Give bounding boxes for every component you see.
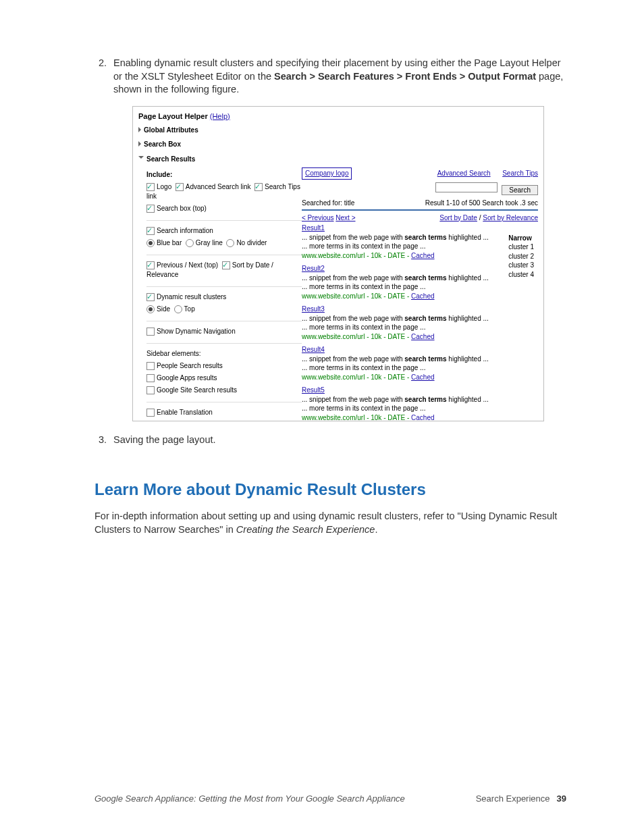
page-number: 39 [557, 793, 566, 804]
list-item-2: Enabling dynamic result clusters and spe… [109, 57, 566, 421]
search-button[interactable]: Search [502, 185, 538, 195]
checkbox-tips[interactable] [254, 183, 263, 191]
cluster-item[interactable]: cluster 4 [508, 270, 534, 280]
radio-nodivider[interactable] [226, 239, 234, 247]
cached-link[interactable]: Cached [411, 252, 434, 259]
include-label: Include: [146, 170, 302, 180]
result-more: ... more terms in its context in the pag… [302, 242, 425, 250]
li3-text: Saving the page layout. [113, 434, 216, 445]
search-result: Result4... snippet from the web page wit… [302, 345, 538, 382]
search-result: Result2... snippet from the web page wit… [302, 264, 538, 301]
cluster-item[interactable]: cluster 2 [508, 252, 534, 261]
search-result: Result3... snippet from the web page wit… [302, 305, 538, 341]
label-nodivider: No divider [236, 239, 267, 246]
cached-link[interactable]: Cached [411, 292, 434, 300]
radio-bluebar[interactable] [146, 239, 155, 247]
checkbox-dynnav[interactable] [146, 328, 155, 336]
company-logo: Company logo [302, 167, 352, 180]
result-url: www.website.com/url - 10k - DATE - [302, 333, 411, 340]
section-searchresults[interactable]: Search Results [146, 155, 195, 163]
footer-left: Google Search Appliance: Getting the Mos… [95, 793, 405, 804]
page-footer: Google Search Appliance: Getting the Mos… [95, 793, 566, 804]
label-people: People Search results [157, 362, 223, 369]
result-url: www.website.com/url - 10k - DATE - [302, 292, 411, 300]
link-search-tips[interactable]: Search Tips [502, 169, 538, 178]
section-global[interactable]: Global Attributes [144, 126, 198, 134]
link-sort-rel[interactable]: Sort by Relevance [483, 214, 538, 221]
section-paragraph: For in-depth information about setting u… [95, 509, 566, 537]
checkbox-sinfo[interactable] [146, 227, 155, 235]
result-count: Result 1-10 of 500 Search took .3 sec [425, 199, 538, 208]
section-searchbox[interactable]: Search Box [144, 140, 181, 148]
result-snippet: ... snippet from the web page with searc… [302, 234, 489, 241]
result-more: ... more terms in its context in the pag… [302, 405, 425, 412]
cluster-item[interactable]: cluster 3 [508, 261, 534, 270]
para-b: . [375, 524, 377, 535]
cluster-item[interactable]: cluster 1 [508, 242, 534, 252]
narrow-panel: Narrow cluster 1 cluster 2 cluster 3 clu… [508, 234, 534, 280]
radio-side[interactable] [146, 305, 155, 313]
result-url: www.website.com/url - 10k - DATE - [302, 414, 411, 421]
result-title[interactable]: Result4 [302, 346, 325, 353]
page-layout-helper-figure: Page Layout Helper (Help) Global Attribu… [132, 106, 544, 421]
options-column: Include: Logo Advanced Search link Searc… [146, 166, 302, 421]
result-title[interactable]: Result5 [302, 386, 325, 394]
label-gapps: Google Apps results [157, 374, 217, 382]
checkbox-adv[interactable] [176, 183, 184, 191]
label-top: Top [184, 305, 195, 313]
result-more: ... more terms in its context in the pag… [302, 283, 425, 290]
checkbox-prevnext[interactable] [146, 261, 155, 269]
cached-link[interactable]: Cached [411, 373, 434, 381]
result-title[interactable]: Result2 [302, 265, 325, 272]
link-sort-date[interactable]: Sort by Date [439, 214, 477, 221]
narrow-title: Narrow [508, 234, 534, 243]
chevron-right-icon[interactable] [138, 127, 141, 132]
cached-link[interactable]: Cached [411, 414, 434, 421]
result-snippet: ... snippet from the web page with searc… [302, 315, 489, 322]
label-bluebar: Blue bar [157, 239, 182, 246]
search-result: Result5... snippet from the web page wit… [302, 386, 538, 421]
checkbox-people[interactable] [146, 362, 155, 370]
result-snippet: ... snippet from the web page with searc… [302, 355, 489, 363]
label-searchtop: Search box (top) [157, 205, 207, 212]
result-title[interactable]: Result1 [302, 224, 325, 232]
label-logo: Logo [157, 183, 171, 190]
chevron-right-icon[interactable] [138, 141, 141, 147]
checkbox-drc[interactable] [146, 293, 155, 301]
result-url: www.website.com/url - 10k - DATE - [302, 373, 411, 381]
link-prev[interactable]: < Previous [302, 214, 334, 221]
result-url: www.website.com/url - 10k - DATE - [302, 252, 411, 259]
label-grayline: Gray line [196, 239, 223, 246]
help-link[interactable]: (Help) [210, 112, 230, 120]
link-next[interactable]: Next > [336, 214, 355, 221]
label-dynnav: Show Dynamic Navigation [157, 328, 236, 335]
search-input[interactable] [435, 182, 498, 192]
figure-title: Page Layout Helper [138, 112, 208, 120]
result-snippet: ... snippet from the web page with searc… [302, 274, 489, 282]
searched-for: Searched for: title [302, 199, 354, 208]
footer-right-label: Search Experience [476, 793, 550, 804]
result-more: ... more terms in its context in the pag… [302, 364, 425, 371]
checkbox-sortby[interactable] [222, 261, 230, 269]
chevron-down-icon[interactable] [138, 156, 144, 161]
checkbox-searchtop[interactable] [146, 205, 155, 213]
cached-link[interactable]: Cached [411, 333, 434, 340]
para-em: Creating the Search Experience [236, 524, 375, 535]
link-adv-search[interactable]: Advanced Search [437, 169, 491, 178]
preview-panel: Company logo Advanced Search Search Tips… [302, 166, 543, 421]
list-item-3: Saving the page layout. [109, 434, 566, 447]
checkbox-enable-translation[interactable] [146, 409, 155, 417]
label-side: Side [157, 305, 170, 313]
search-result: Result1... snippet from the web page wit… [302, 224, 538, 260]
radio-top[interactable] [174, 305, 182, 313]
result-title[interactable]: Result3 [302, 305, 325, 313]
label-prevnext: Previous / Next (top) [157, 261, 218, 269]
result-snippet: ... snippet from the web page with searc… [302, 396, 489, 403]
checkbox-gsite[interactable] [146, 386, 155, 394]
checkbox-gapps[interactable] [146, 374, 155, 382]
li2-bold: Search > Search Features > Front Ends > … [274, 71, 536, 82]
section-heading: Learn More about Dynamic Result Clusters [95, 480, 566, 499]
radio-grayline[interactable] [186, 239, 194, 247]
label-sinfo: Search information [157, 227, 213, 234]
checkbox-logo[interactable] [146, 183, 155, 191]
